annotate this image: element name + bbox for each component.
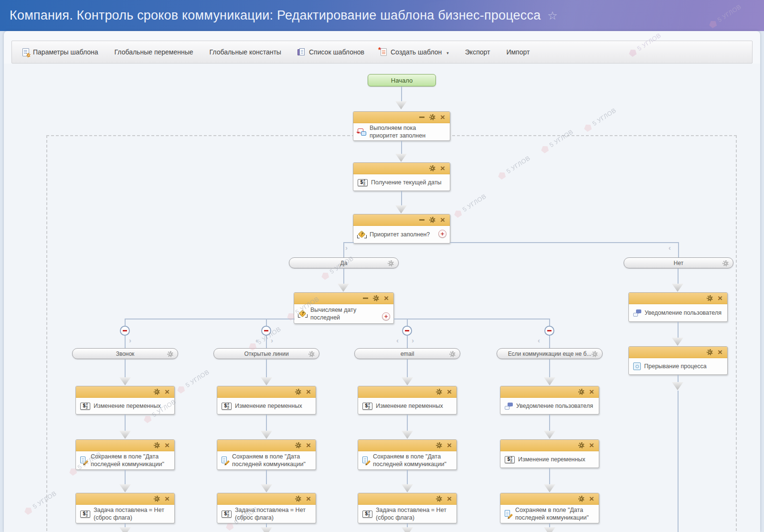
- close-button[interactable]: [165, 388, 170, 396]
- settings-gear-button[interactable]: [154, 442, 160, 448]
- activity-block-task-flag-reset[interactable]: Задача поставлена = Нет (сброс флага): [75, 493, 175, 523]
- start-node[interactable]: Начало: [368, 74, 436, 86]
- loop-region-border: [46, 135, 737, 532]
- settings-gear-button[interactable]: [578, 496, 584, 502]
- connector-line: [401, 191, 402, 205]
- settings-gear-button[interactable]: [295, 389, 301, 395]
- branch-bar-if-no-comm[interactable]: Если коммуникации еще не б...: [497, 348, 603, 359]
- settings-gear-button[interactable]: [429, 114, 435, 120]
- activity-block-set-variables[interactable]: Изменение переменных: [75, 386, 175, 415]
- settings-gear-button[interactable]: [436, 389, 442, 395]
- activity-block-task-flag-reset[interactable]: Задача поставлена = Нет (сброс флага): [217, 493, 316, 523]
- close-button[interactable]: [589, 388, 594, 396]
- branch-bar-openlines[interactable]: Открытые линии: [213, 348, 319, 359]
- connector-line: [343, 242, 344, 257]
- activity-block-save-field[interactable]: Сохраняем в поле "Дата последней коммуни…: [217, 439, 316, 470]
- chevron-left-icon[interactable]: [255, 337, 258, 344]
- close-button[interactable]: [306, 441, 311, 449]
- chevron-left-icon[interactable]: [396, 337, 399, 344]
- remove-branch-button[interactable]: [544, 326, 554, 336]
- activity-block-get-current-date[interactable]: Получение текущей даты: [353, 162, 450, 191]
- activity-block-terminate[interactable]: Прерывание процесса: [628, 346, 728, 375]
- close-button[interactable]: [447, 495, 452, 503]
- settings-gear-button[interactable]: [295, 442, 301, 448]
- activity-block-set-variables[interactable]: Изменение переменных: [358, 386, 457, 415]
- settings-gear-button[interactable]: [722, 260, 729, 266]
- branch-bar-email[interactable]: email: [354, 348, 460, 359]
- remove-branch-button[interactable]: [402, 326, 412, 336]
- settings-gear-button[interactable]: [429, 165, 435, 171]
- block-title: Сохраняем в поле "Дата последней коммуни…: [373, 453, 452, 468]
- close-button[interactable]: [718, 348, 722, 356]
- remove-branch-button[interactable]: [261, 326, 271, 336]
- toolbar-item-global-variables[interactable]: Глобальные переменные: [115, 48, 193, 56]
- settings-gear-button[interactable]: [295, 496, 301, 502]
- close-button[interactable]: [384, 294, 389, 302]
- toolbar-item-global-constants[interactable]: Глобальные константы: [210, 48, 281, 56]
- settings-gear-button[interactable]: [388, 260, 394, 266]
- settings-gear-button[interactable]: [154, 389, 160, 395]
- activity-block-calc-date[interactable]: Вычисляем дату последней: [294, 292, 394, 324]
- settings-gear-button[interactable]: [578, 442, 584, 448]
- settings-gear-button[interactable]: [707, 349, 713, 355]
- activity-block-task-flag-reset[interactable]: Задача поставлена = Нет (сброс флага): [358, 493, 457, 523]
- activity-block-save-field[interactable]: Сохраняем в поле "Дата последней коммуни…: [75, 439, 175, 470]
- chevron-right-icon[interactable]: [412, 337, 414, 344]
- close-button[interactable]: [440, 216, 445, 224]
- toolbar-item-create-template[interactable]: Создать шаблон: [381, 48, 449, 56]
- favorite-star-icon[interactable]: [547, 9, 558, 22]
- activity-block-save-field[interactable]: Сохраняем в поле "Дата последней коммуни…: [358, 439, 457, 470]
- close-button[interactable]: [306, 495, 311, 503]
- close-button[interactable]: [447, 441, 452, 449]
- settings-gear-button[interactable]: [154, 496, 160, 502]
- toolbar-item-template-params[interactable]: Параметры шаблона: [22, 48, 98, 56]
- activity-block-while-loop[interactable]: Выполняем пока приоритет заполнен: [353, 111, 450, 141]
- chevron-left-icon[interactable]: [668, 244, 671, 251]
- settings-gear-button[interactable]: [436, 442, 442, 448]
- connector-line: [407, 470, 408, 484]
- chevron-right-icon[interactable]: [271, 337, 273, 344]
- close-button[interactable]: [165, 441, 170, 449]
- close-button[interactable]: [306, 388, 311, 396]
- settings-gear-button[interactable]: [592, 351, 598, 357]
- block-header: [76, 386, 174, 398]
- activity-block-user-notification[interactable]: Уведомление пользователя: [628, 292, 728, 322]
- chevron-right-icon[interactable]: [345, 244, 348, 251]
- close-button[interactable]: [589, 495, 594, 503]
- minimize-button[interactable]: [363, 298, 368, 299]
- toolbar-item-export[interactable]: Экспорт: [465, 48, 490, 56]
- chevron-left-icon[interactable]: [538, 337, 540, 344]
- toolbar-item-template-list[interactable]: Список шаблонов: [297, 48, 364, 56]
- close-button[interactable]: [718, 294, 722, 302]
- branch-bar-call[interactable]: Звонок: [72, 348, 178, 359]
- minimize-button[interactable]: [419, 219, 424, 221]
- activity-block-set-variables[interactable]: Изменение переменных: [217, 386, 316, 415]
- close-button[interactable]: [440, 113, 445, 121]
- minimize-button[interactable]: [419, 117, 424, 118]
- close-button[interactable]: [589, 441, 594, 449]
- settings-gear-button[interactable]: [578, 389, 584, 395]
- close-button[interactable]: [440, 164, 445, 172]
- activity-block-save-field[interactable]: Сохраняем в поле "Дата последней коммуни…: [500, 493, 599, 523]
- add-branch-button[interactable]: [438, 230, 446, 238]
- branch-bar-yes[interactable]: Да: [289, 257, 399, 268]
- branch-bar-no[interactable]: Нет: [624, 257, 733, 268]
- close-button[interactable]: [165, 495, 170, 503]
- settings-gear-button[interactable]: [429, 217, 435, 223]
- toolbar-label: Глобальные переменные: [115, 48, 193, 56]
- settings-gear-button[interactable]: [436, 496, 442, 502]
- settings-gear-button[interactable]: [308, 351, 315, 357]
- connector-line: [407, 359, 408, 377]
- settings-gear-button[interactable]: [449, 351, 456, 357]
- activity-block-condition[interactable]: Приоритет заполнен?: [353, 214, 450, 244]
- settings-gear-button[interactable]: [373, 295, 379, 301]
- activity-block-set-variables[interactable]: Изменение переменных: [500, 439, 599, 468]
- close-button[interactable]: [447, 388, 452, 396]
- remove-branch-button[interactable]: [120, 326, 130, 336]
- chevron-right-icon[interactable]: [129, 337, 131, 344]
- add-branch-button[interactable]: [382, 312, 390, 320]
- settings-gear-button[interactable]: [707, 295, 713, 301]
- activity-block-user-notification[interactable]: Уведомление пользователя: [500, 386, 599, 415]
- settings-gear-button[interactable]: [167, 351, 173, 357]
- toolbar-item-import[interactable]: Импорт: [506, 48, 530, 56]
